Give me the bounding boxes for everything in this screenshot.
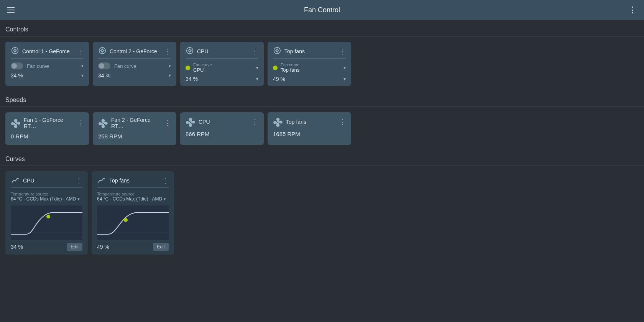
- control-cpu-menu[interactable]: ⋮: [251, 47, 258, 56]
- speed-2-title: Fan 2 - GeForce RT…: [111, 117, 164, 129]
- control-1-mode: Fan curve: [27, 63, 49, 69]
- speed-2-menu[interactable]: ⋮: [164, 119, 171, 127]
- control-cpu-status-dot: [186, 66, 190, 70]
- control-icon-cpu: [186, 46, 194, 56]
- svg-rect-11: [97, 205, 169, 240]
- curve-topfans-temp-value: 64 °C - CCDs Max (Tdie) - AMD ▾: [97, 196, 169, 202]
- svg-point-10: [46, 215, 50, 219]
- control-topfans-curve-info: Fan curve Top fans: [281, 62, 340, 73]
- curve-cpu-menu[interactable]: ⋮: [76, 176, 82, 185]
- curve-card-header-cpu: CPU ⋮: [11, 176, 82, 185]
- control-icon-1: [11, 46, 19, 56]
- curve-topfans-divider: [97, 187, 169, 188]
- control-1-title: Control 1 - GeForce: [22, 48, 70, 54]
- speed-card-header-cpu: CPU ⋮: [186, 117, 258, 127]
- control-1-toggle-row: Fan curve ▾: [11, 62, 84, 69]
- control-cpu-curve-dropdown[interactable]: ▾: [256, 65, 258, 71]
- control-topfans-divider: [273, 58, 346, 59]
- control-topfans-fc-value: Top fans: [281, 67, 340, 73]
- control-topfans-fc-label: Fan curve: [281, 62, 340, 67]
- svg-point-5: [189, 49, 191, 52]
- control-card-cpu: CPU ⋮ Fan curve CPU ▾ 34 % ▾: [180, 42, 264, 86]
- control-cpu-title: CPU: [197, 48, 209, 54]
- curve-card-header-topfans: Top fans ⋮: [97, 176, 169, 185]
- svg-point-4: [187, 48, 193, 54]
- curve-topfans-temp-label: Temperature source: [97, 192, 169, 196]
- control-cpu-value: 34 %: [186, 76, 198, 82]
- curves-section-label: Curves: [0, 150, 644, 166]
- control-2-expand[interactable]: ▾: [169, 73, 171, 78]
- control-icon-topfans: [273, 46, 281, 56]
- curve-cpu-temp-dropdown[interactable]: ▾: [77, 197, 80, 202]
- speeds-section-label: Speeds: [0, 90, 644, 107]
- speed-card-topfans: Top fans ⋮ 1685 RPM: [268, 112, 351, 145]
- curve-topfans-menu[interactable]: ⋮: [162, 176, 169, 185]
- control-2-mode: Fan curve: [114, 63, 136, 69]
- svg-point-2: [99, 48, 106, 54]
- speed-1-title: Fan 1 - GeForce RT…: [24, 117, 77, 129]
- curves-row: CPU ⋮ Temperature source 64 °C - CCDs Ma…: [0, 170, 644, 259]
- control-1-dropdown[interactable]: ▾: [81, 64, 84, 69]
- control-topfans-menu[interactable]: ⋮: [339, 47, 346, 56]
- control-2-menu[interactable]: ⋮: [164, 47, 171, 56]
- speed-cpu-menu[interactable]: ⋮: [251, 118, 258, 126]
- control-1-speed-row: 34 % ▾: [11, 72, 84, 79]
- control-2-toggle[interactable]: [98, 62, 110, 69]
- svg-point-3: [101, 49, 104, 52]
- speed-1-menu[interactable]: ⋮: [77, 119, 84, 127]
- speed-1-rpm: 0 RPM: [11, 133, 84, 140]
- fan-icon-1: [11, 118, 21, 128]
- control-cpu-curve-info: Fan curve CPU: [193, 62, 253, 73]
- control-1-expand[interactable]: ▾: [81, 73, 84, 78]
- curve-card-cpu: CPU ⋮ Temperature source 64 °C - CCDs Ma…: [5, 171, 88, 255]
- control-topfans-curve-dropdown[interactable]: ▾: [343, 65, 346, 71]
- control-2-dropdown[interactable]: ▾: [169, 64, 171, 69]
- control-topfans-speed-row: 49 % ▾: [273, 76, 346, 82]
- speed-cpu-rpm: 866 RPM: [186, 131, 258, 137]
- curve-topfans-edit-btn[interactable]: Edit: [153, 243, 169, 251]
- more-menu-icon[interactable]: ⋮: [628, 5, 637, 15]
- menu-icon[interactable]: [7, 7, 15, 13]
- speed-topfans-title: Top fans: [286, 119, 306, 125]
- control-2-title: Control 2 - GeForce: [110, 48, 157, 54]
- curve-topfans-chart: [97, 205, 169, 240]
- control-topfans-title: Top fans: [284, 48, 305, 54]
- control-cpu-fc-label: Fan curve: [193, 62, 253, 67]
- card-header-2: Control 2 - GeForce ⋮: [98, 46, 171, 56]
- control-cpu-curve-row: Fan curve CPU ▾: [186, 62, 258, 73]
- curve-cpu-temp-value: 64 °C - CCDs Max (Tdie) - AMD ▾: [11, 196, 82, 202]
- speed-2-rpm: 258 RPM: [98, 133, 171, 140]
- control-topfans-curve-row: Fan curve Top fans ▾: [273, 62, 346, 73]
- control-card-1: Control 1 - GeForce ⋮ Fan curve ▾ 34 % ▾: [5, 42, 89, 86]
- control-cpu-expand[interactable]: ▾: [256, 76, 258, 82]
- controls-section-label: Controls: [0, 20, 644, 36]
- curve-cpu-chart: [11, 205, 82, 240]
- speeds-row: Fan 1 - GeForce RT… ⋮ 0 RPM Fan 2 - GeFo…: [0, 111, 644, 150]
- fan-icon-2: [98, 118, 108, 128]
- control-topfans-value: 49 %: [273, 76, 285, 82]
- curve-cpu-edit-btn[interactable]: Edit: [67, 243, 82, 251]
- control-2-speed-row: 34 % ▾: [98, 72, 171, 79]
- curve-cpu-title: CPU: [23, 177, 34, 184]
- control-1-toggle[interactable]: [11, 62, 23, 69]
- control-card-2: Control 2 - GeForce ⋮ Fan curve ▾ 34 % ▾: [93, 42, 176, 86]
- control-2-toggle-row: Fan curve ▾: [98, 62, 171, 69]
- curve-icon-cpu: [11, 176, 20, 185]
- curve-topfans-footer: 49 % Edit: [97, 243, 169, 251]
- control-1-menu[interactable]: ⋮: [77, 47, 84, 56]
- app-header: Fan Control ⋮: [0, 0, 644, 20]
- card-header-1: Control 1 - GeForce ⋮: [11, 46, 84, 56]
- card-header-cpu: CPU ⋮: [186, 46, 258, 56]
- app-title: Fan Control: [304, 6, 340, 14]
- control-topfans-expand[interactable]: ▾: [343, 76, 346, 82]
- control-1-value: 34 %: [11, 72, 23, 79]
- svg-point-7: [276, 49, 278, 52]
- speed-topfans-menu[interactable]: ⋮: [339, 118, 346, 126]
- svg-point-0: [12, 48, 18, 54]
- curve-cpu-footer: 34 % Edit: [11, 243, 82, 251]
- curve-topfans-temp-dropdown[interactable]: ▾: [164, 197, 166, 202]
- control-cpu-fc-value: CPU: [193, 67, 253, 73]
- card-header-topfans: Top fans ⋮: [273, 46, 346, 56]
- curve-icon-topfans: [97, 176, 106, 185]
- svg-point-6: [274, 48, 281, 54]
